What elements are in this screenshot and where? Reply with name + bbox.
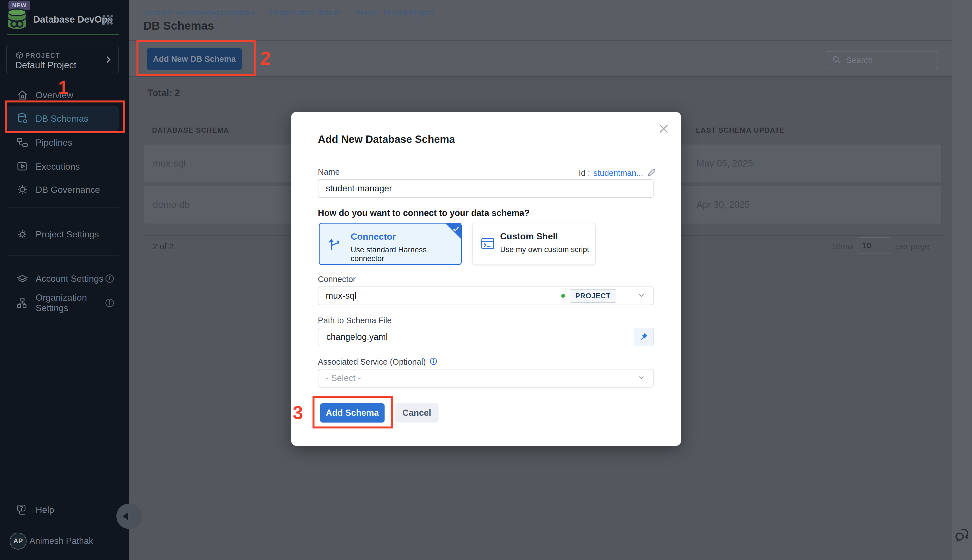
schema-name: mux-sql [153,145,186,182]
selected-check-icon [446,223,461,239]
annotation-number-2: 2 [261,47,271,69]
sidebar-item-pipelines[interactable]: Pipelines [7,130,119,155]
governance-gear-icon [17,184,28,196]
project-scope-label: PROJECT [25,52,60,60]
sidebar-divider [7,255,119,256]
cube-icon [15,52,24,61]
breadcrumb-organization[interactable]: Organization: default [269,8,340,17]
cancel-button[interactable]: Cancel [395,403,438,423]
sidebar-item-help[interactable]: Help [7,497,119,522]
chevron-right-icon [259,8,264,17]
breadcrumb-project[interactable]: Project: Default Project [355,8,433,17]
option-title: Custom Shell [500,231,558,242]
annotation-number-1: 1 [58,77,69,98]
page-size-select[interactable]: 10 [858,237,890,254]
project-selector[interactable]: PROJECT Default Project [6,45,119,73]
edit-pencil-icon[interactable] [646,167,657,179]
service-select[interactable]: - Select - [318,369,654,388]
user-name[interactable]: Animesh Pathak [29,536,93,546]
connector-select[interactable]: mux-sql PROJECT [318,287,654,305]
service-label: Associated Service (Optional) [318,357,426,367]
connector-value: mux-sql [326,291,561,301]
option-card-connector[interactable]: Connector Use standard Harness connector [319,223,462,265]
layers-icon [17,273,28,285]
id-value-link[interactable]: studentman... [593,168,643,178]
path-input[interactable] [326,332,627,342]
sidebar-item-executions[interactable]: Executions [7,154,119,179]
name-input[interactable] [318,179,654,198]
info-icon [105,298,115,308]
annotation-box-3 [313,396,393,428]
support-chat-icon[interactable] [954,526,971,543]
right-rail [952,0,972,560]
per-page-label: per page [896,242,929,251]
executions-icon [17,161,28,172]
option-card-custom-shell[interactable]: Custom Shell Use my own custom script [472,223,596,265]
sidebar-item-project-settings[interactable]: Project Settings [7,222,119,247]
connector-branch-icon [327,236,343,253]
chevron-down-icon [879,242,886,250]
option-subtitle: Use standard Harness connector [351,245,461,263]
avatar[interactable]: AP [10,533,27,550]
sidebar-item-account-settings[interactable]: Account Settings [7,266,119,291]
sidebar-item-db-governance[interactable]: DB Governance [7,177,119,202]
settings-gear-icon [17,228,28,240]
collapse-arrow-icon [123,512,128,520]
sidebar-divider [7,207,119,208]
pin-icon[interactable] [634,328,653,346]
chevron-down-icon [637,373,646,383]
id-label: Id : [579,168,590,178]
scope-badge: PROJECT [570,289,616,303]
sidebar-item-label: Project Settings [35,229,99,240]
page-title: DB Schemas [143,19,214,32]
schema-id-row: Id : studentman... [579,167,657,179]
schema-name: demo-db [153,186,190,223]
sidebar-collapse-handle[interactable] [116,503,142,529]
path-input-wrap [318,328,654,346]
search-input[interactable] [845,55,931,65]
modal-title: Add New Database Schema [318,133,455,145]
help-chat-icon [17,504,28,516]
cancel-label: Cancel [402,408,431,418]
breadcrumb: Account: kurosakiichigo.songoku Organiza… [143,7,433,18]
close-icon[interactable] [657,122,670,135]
app-title: Database DevOps [33,14,113,25]
brand-divider [7,35,119,35]
connector-status-dot [561,294,565,298]
option-title: Connector [351,232,396,242]
sidebar-item-label: DB Governance [35,185,100,195]
info-icon [429,357,438,367]
option-subtitle: Use my own custom script [500,245,589,254]
page-header [129,0,952,40]
connector-label: Connector [318,275,356,284]
home-icon [17,89,28,101]
search-icon [832,55,841,65]
sidebar-item-label: Account Settings [35,273,104,284]
chevron-right-icon [104,55,113,65]
name-label: Name [318,167,340,177]
chevron-down-icon [637,291,646,301]
last-update-date: May 05, 2025 [696,145,753,182]
annotation-box-1 [5,100,125,133]
app-root: NEW Database DevOps [0,0,972,560]
terminal-icon [480,236,495,252]
service-placeholder: - Select - [326,373,637,383]
column-header-database-schema: DATABASE SCHEMA [152,126,229,134]
sidebar-item-organization-settings[interactable]: Organization Settings [7,290,119,315]
breadcrumb-account[interactable]: Account: kurosakiichigo.songoku [143,8,254,17]
show-label: Show [832,242,853,251]
annotation-number-3: 3 [293,402,303,423]
info-icon [105,273,115,284]
project-name: Default Project [15,60,76,70]
sidebar-item-label: Executions [35,162,80,172]
service-label-row: Associated Service (Optional) [318,357,438,367]
org-hierarchy-icon [17,297,28,309]
last-update-date: Apr 30, 2025 [696,186,750,223]
database-devops-logo [6,8,28,32]
sidebar-item-label: Pipelines [35,137,72,148]
column-header-last-schema-update: LAST SCHEMA UPDATE [696,126,785,134]
avatar-initials: AP [13,537,23,545]
annotation-box-2 [137,40,256,76]
module-grid-icon[interactable] [102,14,114,27]
pipelines-icon [17,137,28,148]
